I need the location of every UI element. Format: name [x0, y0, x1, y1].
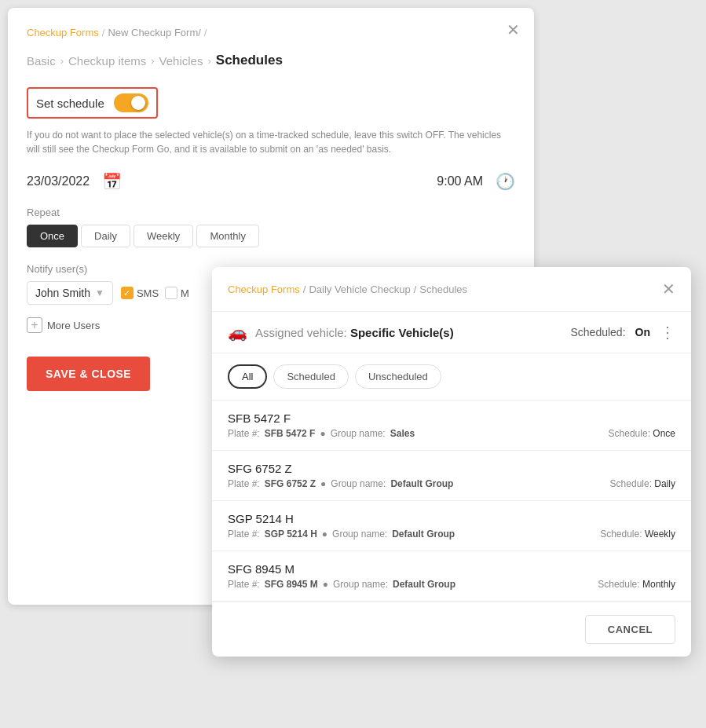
schedule-value: Daily [654, 478, 675, 489]
step-sep3: › [207, 55, 210, 67]
plate-value: SFB 5472 F [265, 428, 316, 439]
vehicle-meta-left: Plate #: SFB 5472 F ● Group name: Sales [228, 428, 415, 439]
plate-prefix: Plate #: [228, 529, 260, 540]
modal-header: Checkup Forms / Daily Vehicle Checkup / … [212, 267, 691, 312]
more-users-label: More Users [47, 320, 100, 331]
breadcrumb-sep2: / [204, 27, 207, 38]
datetime-row: 23/03/2022 📅 9:00 AM 🕐 [27, 172, 515, 191]
scheduled-status: Scheduled: On ⋮ [570, 323, 675, 342]
plus-icon: + [27, 317, 42, 333]
group-value: Sales [390, 428, 415, 439]
vehicle-meta: Plate #: SGP 5214 H ● Group name: Defaul… [228, 529, 675, 540]
date-field[interactable]: 23/03/2022 [27, 174, 90, 188]
step-sep1: › [60, 55, 64, 67]
filter-unscheduled[interactable]: Unscheduled [355, 364, 441, 389]
dots-menu-button[interactable]: ⋮ [660, 323, 675, 342]
scheduled-value: On [635, 326, 650, 338]
assigned-label: Assigned vehicle: [255, 326, 347, 339]
bg-breadcrumb: Checkup Forms / New Checkup Form/ / [27, 27, 515, 38]
vehicle-meta-left: Plate #: SFG 8945 M ● Group name: Defaul… [228, 579, 455, 590]
schedule-description: If you do not want to place the selected… [27, 128, 515, 156]
vehicle-name: SGP 5214 H [228, 512, 675, 525]
group-prefix: Group name: [331, 478, 386, 489]
modal-close-button[interactable]: ✕ [662, 280, 675, 298]
set-schedule-container: Set schedule [27, 87, 158, 119]
cancel-button[interactable]: CANCEL [585, 615, 675, 644]
modal-sep2: / [414, 284, 417, 295]
time-field[interactable]: 9:00 AM [437, 174, 483, 188]
schedule-badge: Schedule: Daily [610, 478, 675, 489]
set-schedule-toggle[interactable] [114, 93, 148, 112]
breadcrumb-link[interactable]: Checkup Forms [27, 27, 99, 38]
modal-vehicle-header: 🚗 Assigned vehicle: Specific Vehicle(s) … [212, 312, 691, 353]
modal-form-name: Daily Vehicle Checkup [309, 284, 410, 295]
vehicle-meta: Plate #: SFB 5472 F ● Group name: Sales … [228, 428, 675, 439]
set-schedule-label: Set schedule [36, 97, 104, 110]
schedule-value: Once [653, 428, 675, 439]
user-select[interactable]: John Smith ▼ [27, 281, 113, 305]
table-row: SGP 5214 H Plate #: SGP 5214 H ● Group n… [212, 501, 691, 551]
repeat-daily[interactable]: Daily [81, 225, 130, 247]
repeat-monthly[interactable]: Monthly [196, 225, 259, 247]
vehicle-meta: Plate #: SFG 6752 Z ● Group name: Defaul… [228, 478, 675, 489]
plate-prefix: Plate #: [228, 428, 260, 439]
vehicle-name: SFG 6752 Z [228, 462, 675, 475]
repeat-once[interactable]: Once [27, 225, 78, 247]
table-row: SFG 6752 Z Plate #: SFG 6752 Z ● Group n… [212, 451, 691, 501]
chevron-down-icon: ▼ [95, 287, 104, 298]
group-prefix: Group name: [332, 529, 387, 540]
step-checkup-items[interactable]: Checkup items [68, 54, 146, 68]
m-channel[interactable]: M [165, 287, 189, 299]
m-label: M [181, 287, 189, 299]
vehicle-name: SFG 8945 M [228, 562, 675, 576]
filter-scheduled[interactable]: Scheduled [273, 364, 348, 389]
clock-icon[interactable]: 🕐 [496, 172, 515, 191]
step-basic[interactable]: Basic [27, 54, 56, 68]
m-checkbox[interactable] [165, 287, 177, 299]
bg-close-button[interactable]: ✕ [507, 22, 520, 38]
plate-value: SGP 5214 H [265, 529, 317, 540]
schedule-badge: Schedule: Weekly [600, 529, 675, 540]
table-row: SFB 5472 F Plate #: SFB 5472 F ● Group n… [212, 401, 691, 451]
dot: ● [320, 478, 326, 489]
selected-user: John Smith [35, 287, 90, 299]
assigned-value: Specific Vehicle(s) [350, 326, 454, 339]
assigned-vehicle-label: Assigned vehicle: Specific Vehicle(s) [255, 326, 454, 339]
breadcrumb-new: New Checkup Form/ [108, 27, 200, 38]
sms-checkbox[interactable]: ✓ [121, 287, 134, 299]
repeat-label: Repeat [27, 207, 515, 218]
scheduled-label: Scheduled: [570, 326, 625, 338]
plate-value: SFG 6752 Z [265, 478, 316, 489]
calendar-icon[interactable]: 📅 [102, 172, 122, 191]
schedule-value: Monthly [642, 579, 675, 590]
filter-tabs: All Scheduled Unscheduled [212, 353, 691, 401]
plate-prefix: Plate #: [228, 579, 260, 590]
filter-all[interactable]: All [228, 364, 267, 389]
repeat-weekly[interactable]: Weekly [134, 225, 193, 247]
vehicle-icon: 🚗 [228, 323, 247, 342]
schedule-value: Weekly [645, 529, 675, 540]
vehicle-meta-left: Plate #: SFG 6752 Z ● Group name: Defaul… [228, 478, 453, 489]
group-value: Default Group [392, 529, 455, 540]
sms-channel[interactable]: ✓ SMS [121, 287, 159, 299]
plate-value: SFG 8945 M [265, 579, 318, 590]
group-prefix: Group name: [331, 428, 386, 439]
vehicle-title: 🚗 Assigned vehicle: Specific Vehicle(s) [228, 323, 454, 342]
dot: ● [320, 428, 325, 439]
save-close-button[interactable]: SAVE & CLOSE [27, 357, 150, 391]
dot: ● [322, 529, 327, 540]
group-prefix: Group name: [333, 579, 388, 590]
more-users-button[interactable]: + More Users [27, 317, 100, 333]
step-vehicles[interactable]: Vehicles [159, 54, 203, 68]
breadcrumb-sep1: / [102, 27, 105, 38]
vehicle-modal: Checkup Forms / Daily Vehicle Checkup / … [212, 267, 691, 657]
schedule-badge: Schedule: Monthly [598, 579, 675, 590]
notify-channels: ✓ SMS M [121, 287, 189, 299]
step-sep2: › [151, 55, 154, 67]
vehicle-name: SFB 5472 F [228, 412, 675, 425]
modal-footer: CANCEL [212, 602, 691, 657]
step-schedules[interactable]: Schedules [216, 53, 283, 68]
modal-breadcrumb: Checkup Forms / Daily Vehicle Checkup / … [228, 284, 467, 295]
modal-breadcrumb-link[interactable]: Checkup Forms [228, 284, 300, 295]
repeat-options: Once Daily Weekly Monthly [27, 225, 515, 247]
